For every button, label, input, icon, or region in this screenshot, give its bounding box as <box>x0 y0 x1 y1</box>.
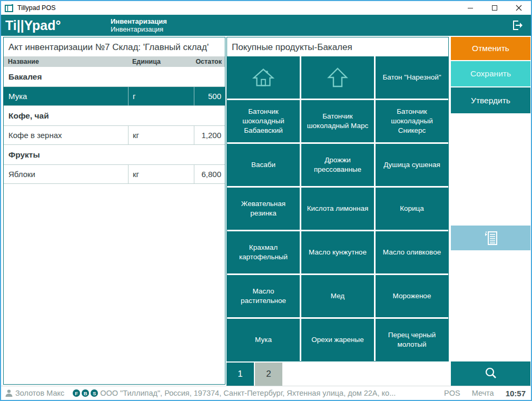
product-tile[interactable]: Батон "Нарезной" <box>376 56 448 99</box>
product-row[interactable]: Кофе в зернахкг1,200 <box>4 126 225 145</box>
document-icon <box>484 231 498 246</box>
category-row[interactable]: Бакалея <box>4 67 225 87</box>
cell-qty: 6,800 <box>194 165 225 183</box>
cell-qty: 500 <box>194 87 225 105</box>
arrow-up-button[interactable] <box>301 56 374 99</box>
save-button[interactable]: Сохранить <box>451 61 530 86</box>
column-header-qty: Остаток <box>194 58 225 65</box>
table-header: Название Единица Остаток <box>4 56 225 67</box>
station-name: Мечта <box>472 389 494 397</box>
status-badge-f: F <box>73 389 80 397</box>
column-header-name: Название <box>4 58 128 65</box>
status-bar: Золотов Макс FBS ООО "Тиллипад", Россия,… <box>1 386 531 400</box>
page-button-2[interactable]: 2 <box>255 363 282 386</box>
product-tile[interactable]: Мука <box>227 319 300 361</box>
product-tile[interactable]: Масло оливковое <box>376 231 448 273</box>
product-tile[interactable]: Орехи жареные <box>301 319 374 361</box>
clock: 10:57 <box>506 389 526 398</box>
cell-qty: 1,200 <box>194 126 225 144</box>
breadcrumb: Инвентаризация Инвентаризация <box>111 17 167 33</box>
cell-unit: г <box>128 87 194 105</box>
products-title: Покупные продукты-Бакалея <box>227 37 448 56</box>
document-button[interactable] <box>451 226 530 250</box>
app-window: Tillypad POS Ti||Ypad° Инвентаризация Ин… <box>0 0 532 401</box>
pos-label: POS <box>444 389 460 397</box>
product-row[interactable]: Мукаг500 <box>4 87 225 106</box>
column-header-unit: Единица <box>128 58 194 65</box>
user-name: Золотов Макс <box>15 389 64 397</box>
pagination: 12 <box>226 363 282 386</box>
product-tile[interactable]: Жевательная резинка <box>227 188 300 230</box>
product-tile[interactable]: Мороженое <box>376 275 448 317</box>
close-icon[interactable] <box>507 1 531 15</box>
page-button-1[interactable]: 1 <box>226 363 254 386</box>
approve-button[interactable]: Утвердить <box>451 87 530 113</box>
product-tile[interactable]: Масло кунжутное <box>301 231 374 273</box>
inventory-title: Акт инвентаризации №7 Склад: 'Главный ск… <box>4 37 225 56</box>
product-tile[interactable]: Батончик шоколадный Бабаевский <box>227 100 300 142</box>
tillypad-logo: Ti||Ypad° <box>1 18 111 33</box>
title-bar: Tillypad POS <box>1 1 531 15</box>
status-badge-b: B <box>82 389 89 397</box>
home-icon <box>251 66 275 89</box>
cell-name: Яблоки <box>4 165 128 183</box>
cell-unit: кг <box>128 126 194 144</box>
breadcrumb-line1: Инвентаризация <box>111 17 167 25</box>
status-badges: FBS <box>73 389 98 397</box>
arrow-up-icon <box>327 66 349 89</box>
product-tile[interactable]: Перец черный молотый <box>376 319 448 361</box>
cancel-button[interactable]: Отменить <box>451 37 530 60</box>
product-tile[interactable]: Батончик шоколадный Марс <box>301 100 374 142</box>
product-tile[interactable]: Батончик шоколадный Сникерс <box>376 100 448 142</box>
product-tile[interactable]: Кислота лимонная <box>301 188 374 230</box>
category-row[interactable]: Фрукты <box>4 145 225 165</box>
window-title: Tillypad POS <box>17 4 55 12</box>
search-icon <box>484 367 498 380</box>
product-tile[interactable]: Душица сушеная <box>376 144 448 186</box>
category-row[interactable]: Кофе, чай <box>4 106 225 126</box>
product-tile[interactable]: Крахмал картофельный <box>227 231 300 273</box>
home-button[interactable] <box>227 56 300 99</box>
app-header: Ti||Ypad° Инвентаризация Инвентаризация <box>1 15 531 36</box>
minimize-icon[interactable] <box>458 1 482 15</box>
logout-icon[interactable] <box>511 19 525 32</box>
products-panel: Покупные продукты-Бакалея Батон "Нарезно… <box>226 37 449 361</box>
user-icon <box>5 389 13 397</box>
cell-name: Мука <box>4 87 128 105</box>
cell-unit: кг <box>128 165 194 183</box>
breadcrumb-line2: Инвентаризация <box>111 25 167 33</box>
cell-name: Кофе в зернах <box>4 126 128 144</box>
product-row[interactable]: Яблокикг6,800 <box>4 165 225 184</box>
product-tile[interactable]: Мед <box>301 275 374 317</box>
maximize-icon[interactable] <box>482 1 507 15</box>
inventory-rows: БакалеяМукаг500Кофе, чайКофе в зернахкг1… <box>4 67 225 184</box>
products-grid: Батон "Нарезной"Батончик шоколадный Баба… <box>227 56 448 361</box>
status-badge-s: S <box>91 389 98 397</box>
product-tile[interactable]: Корица <box>376 188 448 230</box>
product-tile[interactable]: Васаби <box>227 144 300 186</box>
company-address: ООО "Тиллипад", Россия, 197374, Санкт-Пе… <box>100 389 438 397</box>
product-tile[interactable]: Масло растительное <box>227 275 300 317</box>
search-button[interactable] <box>451 361 530 386</box>
app-icon <box>5 4 14 12</box>
inventory-panel: Акт инвентаризации №7 Склад: 'Главный ск… <box>3 37 225 385</box>
product-tile[interactable]: Дрожжи прессованные <box>301 144 374 186</box>
